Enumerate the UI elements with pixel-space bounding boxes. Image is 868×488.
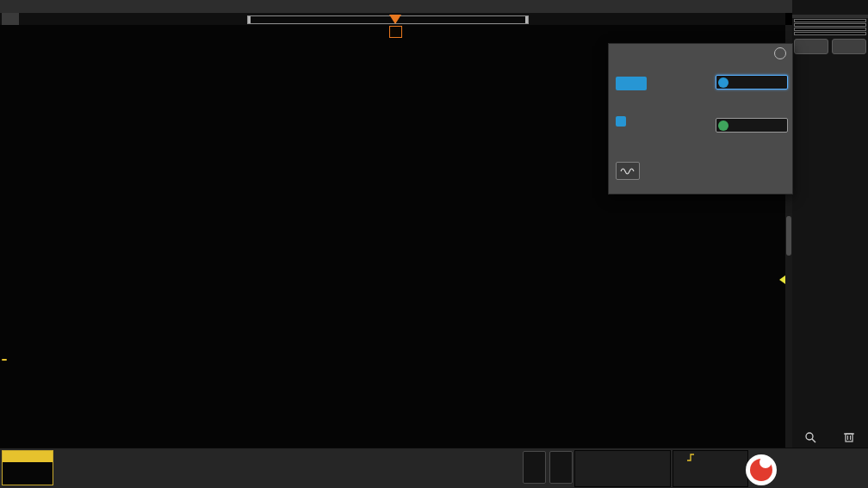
sidebar-tools — [792, 429, 868, 444]
trigger-status — [673, 462, 747, 465]
elecfans-logo — [746, 454, 777, 485]
knob-b-badge — [718, 120, 728, 131]
elecfans-logo-cut — [760, 456, 772, 468]
trash-button[interactable] — [839, 429, 859, 444]
afg-button[interactable] — [549, 451, 573, 484]
next-frame-button[interactable] — [832, 39, 866, 54]
fast-frame-count-row — [794, 19, 866, 22]
fast-frame-panel-title — [792, 15, 868, 18]
channel1-scale — [3, 462, 53, 464]
previous-frame-button[interactable] — [794, 39, 828, 54]
horizontal-panel[interactable] — [574, 450, 671, 487]
sidebar-buttons — [792, 5, 868, 13]
trigger-position-arrow-icon[interactable] — [389, 15, 401, 24]
overview-right-handle[interactable] — [525, 16, 528, 23]
plot-time-trend-button[interactable] — [616, 162, 640, 180]
channel1-waveform-badge[interactable] — [2, 359, 7, 361]
results-sidebar — [792, 0, 868, 448]
trigger-level-marker[interactable] — [778, 275, 785, 284]
channel1-title — [3, 451, 53, 462]
channel1-badge[interactable] — [2, 450, 53, 485]
dvm-button[interactable] — [523, 451, 546, 484]
trigger-panel[interactable] — [673, 450, 748, 487]
trigger-level-arrow-icon — [779, 275, 785, 284]
selected-frame-row[interactable] — [794, 23, 866, 27]
fast-frame-dialog — [608, 43, 793, 195]
trigger-settings-row — [673, 452, 747, 462]
reference-frame-row[interactable] — [794, 28, 866, 31]
frame-navigation — [792, 36, 868, 57]
delta-row — [794, 32, 866, 35]
acquisition-overview-bar[interactable] — [247, 15, 529, 24]
trash-icon — [843, 430, 855, 443]
vertical-scrollbar-handle[interactable] — [786, 216, 791, 256]
include-reference-checkbox[interactable] — [616, 116, 626, 127]
selected-frame-input[interactable] — [716, 75, 788, 90]
zoom-button[interactable] — [801, 429, 822, 444]
overlay-frames-toggle[interactable] — [616, 77, 647, 90]
waveform-squiggle-icon — [620, 166, 636, 176]
menu-bar — [0, 0, 792, 13]
rising-edge-icon — [686, 453, 695, 462]
tab-waveform-view[interactable] — [2, 13, 19, 25]
horizontal-title — [575, 451, 670, 452]
help-icon[interactable] — [774, 47, 786, 59]
trigger-position-marker[interactable] — [389, 26, 402, 38]
reference-frame-input[interactable] — [716, 118, 788, 133]
magnifier-icon — [804, 431, 818, 443]
bottom-bar — [0, 448, 868, 488]
overview-left-handle[interactable] — [248, 16, 251, 23]
knob-a-badge — [718, 77, 728, 88]
